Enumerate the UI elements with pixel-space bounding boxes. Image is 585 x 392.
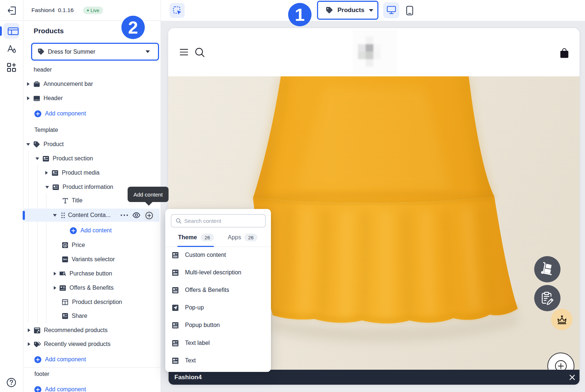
svg-text:SKU: SKU [63, 258, 67, 260]
